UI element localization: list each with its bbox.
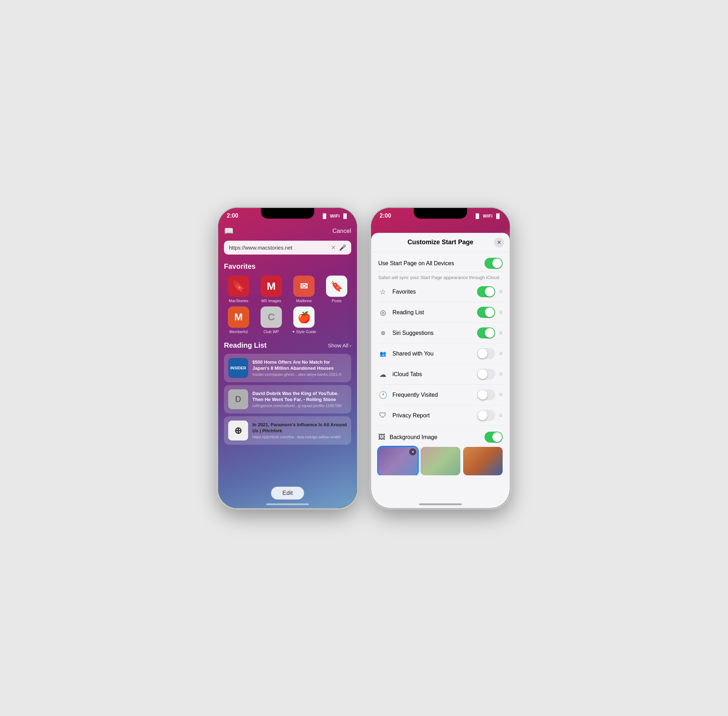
fav-msimages-icon: M [261,276,282,297]
toggle-row-icloud: ☁ iCloud Tabs ≡ [378,364,503,385]
icloud-drag-handle[interactable]: ≡ [499,370,503,378]
privacy-drag-handle[interactable]: ≡ [499,412,503,419]
favorites-toggle[interactable] [477,286,495,297]
bookmark-icon[interactable]: 📖 [224,226,234,236]
reading-item-1[interactable]: INSIDER $500 Home Offers Are No Match fo… [224,354,351,382]
phone-1: 2:00 ▐▌ WiFi ▐▌ 📖 Cancel https://www.mac… [218,208,357,508]
url-text: https://www.macstories.net [229,244,331,250]
bg-thumb-1[interactable]: ✕ [378,447,418,475]
siri-icon: ⊛ [378,329,387,336]
safari-content: 📖 Cancel https://www.macstories.net ✕ 🎤 … [218,224,357,508]
fav-posts[interactable]: 🔖 Posts [322,276,351,303]
sheet-title: Customize Start Page [407,238,473,246]
fav-memberful[interactable]: M Memberful [224,306,253,334]
edit-button[interactable]: Edit [271,487,304,499]
reading-list-icon: ◎ [378,308,387,317]
toggle-row-privacy: 🛡 Privacy Report ≡ [378,405,503,426]
icloud-toggle-right: ≡ [477,369,503,380]
reading-list-toggle[interactable] [477,307,495,318]
fav-mailbrew-label: Mailbrew [296,299,312,303]
icloud-toggle[interactable] [477,369,495,380]
reading-item-2[interactable]: D David Dobrik Was the King of YouTube. … [224,385,351,413]
toggle-row-frequent: 🕐 Frequently Visited ≡ [378,385,503,405]
reading-text-1: $500 Home Offers Are No Match for Japan'… [252,360,347,377]
fav-mailbrew[interactable]: ✉ Mailbrew [289,276,318,303]
fav-memberful-label: Memberful [229,329,248,334]
siri-toggle-right: ≡ [477,328,503,338]
close-button[interactable]: ✕ [494,238,504,247]
fav-macstories[interactable]: 🔖 MacStories [224,276,253,303]
bg-grid: ✕ [378,447,503,475]
frequent-drag-handle[interactable]: ≡ [499,391,503,399]
fav-macstories-label: MacStories [229,299,248,303]
favorites-label: Favorites [393,289,472,295]
wifi-icon: WiFi [330,213,340,218]
fav-mailbrew-icon: ✉ [293,276,315,297]
bg-deselect-icon[interactable]: ✕ [409,448,416,455]
fav-msimages[interactable]: M MS Images [257,276,286,303]
show-all-button[interactable]: Show All › [328,342,351,348]
chevron-right-icon: › [349,342,351,348]
frequent-label: Frequently Visited [393,392,472,398]
bg-header-left: 🖼 Background Image [378,433,437,441]
safari-top-bar: 📖 Cancel [224,226,351,236]
fav-clubwp[interactable]: C Club WP [257,306,286,334]
edit-button-wrapper: Edit [271,487,304,499]
fav-memberful-icon: M [228,306,249,328]
privacy-toggle-right: ≡ [477,410,503,421]
reading-title-2: David Dobrik Was the King of YouTube. Th… [252,391,347,403]
bg-thumb-3[interactable] [463,447,503,475]
frequent-icon: 🕐 [378,391,387,399]
customize-sheet: Customize Start Page ✕ Use Start Page on… [371,233,510,508]
reading-thumb-2: D [228,389,248,409]
reading-list-toggle-right: ≡ [477,307,503,318]
signal-icon: ▐▌ [322,213,328,218]
bg-label: Background Image [390,434,437,440]
siri-drag-handle[interactable]: ≡ [499,329,503,337]
status-icons-2: ▐▌ WiFi ▐▌ [474,213,501,218]
reading-url-3: https://pitchfork.com/the...livia-rodrig… [252,435,347,439]
mic-icon[interactable]: 🎤 [339,244,346,251]
background-section: 🖼 Background Image ✕ [378,432,503,475]
reading-list-drag-handle[interactable]: ≡ [499,309,503,316]
reading-url-2: rollingstone.com/culture/...g-squad-prof… [252,404,347,408]
icloud-label: iCloud Tabs [393,371,472,378]
privacy-toggle[interactable] [477,410,495,421]
signal-icon-2: ▐▌ [474,213,481,218]
bg-toggle[interactable] [484,432,503,443]
sync-toggle[interactable] [484,258,503,269]
status-time-1: 2:00 [227,212,238,219]
frequent-toggle[interactable] [477,389,495,400]
siri-toggle[interactable] [477,328,495,338]
reading-item-3[interactable]: ⊕ In 2021, Paramore's Influence Is All A… [224,416,351,445]
fav-styleguide[interactable]: 🍎 ✦ Style Guide [289,306,318,334]
bg-thumb-2[interactable] [420,447,460,475]
reading-title-1: $500 Home Offers Are No Match for Japan'… [252,360,347,372]
privacy-label: Privacy Report [393,413,472,419]
cancel-button[interactable]: Cancel [332,228,351,235]
reading-title-3: In 2021, Paramore's Influence Is All Aro… [252,422,347,434]
bg-header: 🖼 Background Image [378,432,503,443]
notch [261,208,314,218]
url-bar[interactable]: https://www.macstories.net ✕ 🎤 [224,241,351,255]
reading-list-header: Reading List Show All › [224,341,351,349]
clear-icon[interactable]: ✕ [331,244,335,251]
favorites-drag-handle[interactable]: ≡ [499,288,503,296]
favorites-title: Favorites [224,262,351,270]
sync-subtitle: Safari will sync your Start Page appeara… [378,272,503,282]
sheet-header: Customize Start Page ✕ [371,233,510,252]
sync-row: Use Start Page on All Devices [378,252,503,272]
home-indicator-1 [266,504,309,505]
siri-label: Siri Suggestions [393,330,472,336]
reading-list-label: Reading List [393,309,472,316]
shared-drag-handle[interactable]: ≡ [499,350,503,357]
fav-styleguide-icon: 🍎 [293,306,315,328]
shared-toggle[interactable] [477,348,495,359]
favorites-toggle-right: ≡ [477,286,503,297]
sheet-content: Use Start Page on All Devices Safari wil… [371,252,510,475]
frequent-toggle-right: ≡ [477,389,503,400]
toggle-row-shared: 👥 Shared with You ≡ [378,343,503,364]
fav-msimages-label: MS Images [261,299,281,303]
icloud-icon: ☁ [378,370,387,379]
url-bar-icons: ✕ 🎤 [331,244,346,251]
